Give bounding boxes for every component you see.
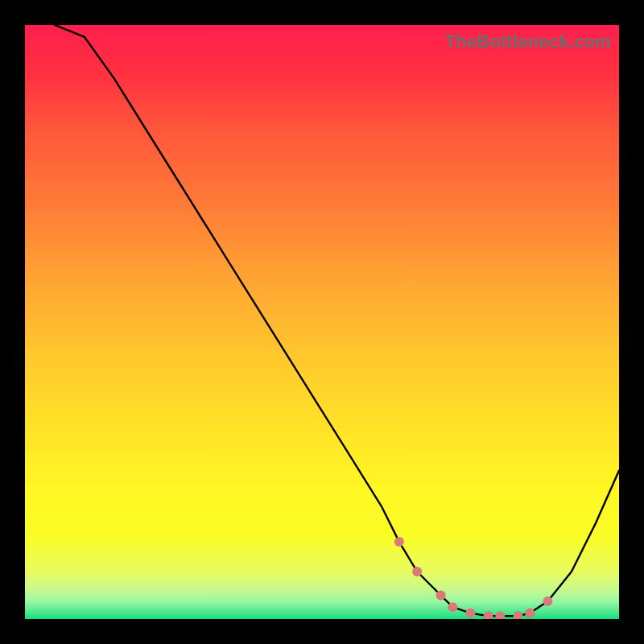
valley-dot <box>484 611 493 619</box>
valley-dot <box>466 609 476 618</box>
chart-stage: TheBottleneck.com <box>0 0 644 644</box>
valley-dot <box>412 567 422 576</box>
valley-dot <box>448 602 457 612</box>
valley-dot <box>514 611 523 619</box>
valley-dot-group <box>394 537 553 619</box>
watermark-text: TheBottleneck.com <box>445 31 611 52</box>
bottleneck-curve-path <box>55 25 619 616</box>
valley-dot <box>525 609 535 618</box>
valley-dot <box>436 591 446 601</box>
valley-dot <box>394 537 404 547</box>
chart-plot-area: TheBottleneck.com <box>25 25 619 619</box>
valley-dot <box>543 597 552 606</box>
bottleneck-curve-svg <box>25 25 619 619</box>
valley-dot <box>495 611 505 619</box>
